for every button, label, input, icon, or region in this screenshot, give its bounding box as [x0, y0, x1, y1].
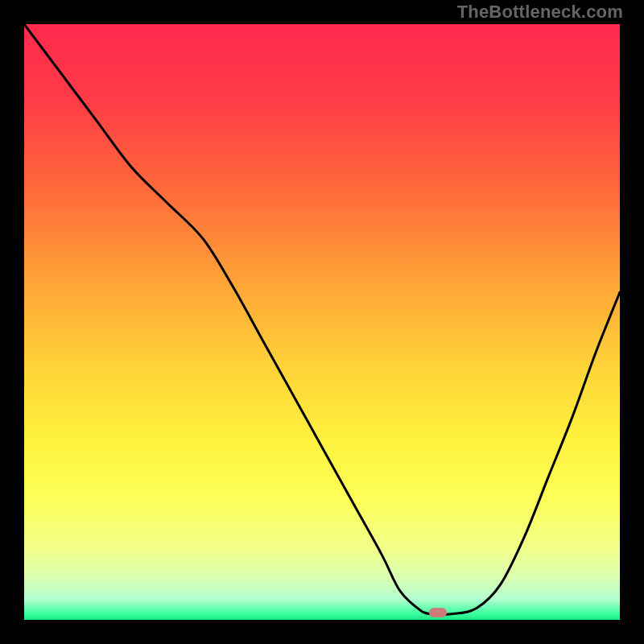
curve-layer [24, 24, 620, 620]
plot-area [24, 24, 620, 620]
bottleneck-curve [24, 24, 620, 615]
chart-frame: TheBottleneck.com [0, 0, 644, 644]
optimal-marker [429, 608, 447, 617]
watermark-label: TheBottleneck.com [457, 2, 623, 23]
